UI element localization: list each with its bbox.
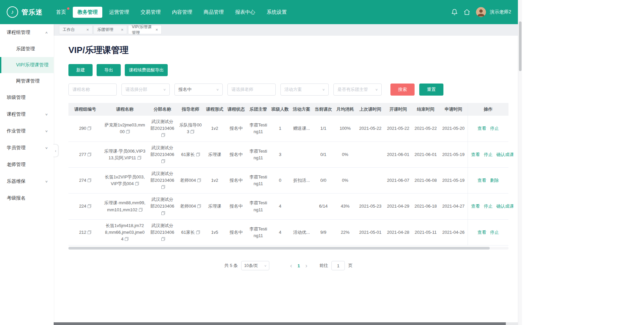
cell-teacher: 61家长 [177, 219, 204, 245]
tab-close-icon[interactable]: × [86, 28, 89, 32]
cell-branch: 武汉测试分部20210406 [148, 116, 177, 142]
row-action-link[interactable]: 停止 [484, 152, 492, 157]
copy-icon[interactable] [88, 230, 91, 234]
row-action-link[interactable]: 查看 [477, 230, 486, 235]
filter-field[interactable]: 请选择老师 [227, 84, 276, 96]
copy-icon[interactable] [135, 182, 139, 185]
chevron-icon: ∨ [45, 180, 48, 183]
nav-item[interactable]: 教务管理 [73, 7, 102, 18]
copy-icon[interactable] [88, 204, 91, 208]
copy-icon[interactable] [161, 185, 165, 189]
tab-close-icon[interactable]: × [121, 28, 123, 32]
copy-icon[interactable] [191, 130, 194, 133]
page-horizontal-scrollbar[interactable] [0, 322, 518, 325]
col-header-monthly: 月均消耗 [334, 103, 356, 116]
copy-icon[interactable] [125, 237, 128, 241]
copy-icon[interactable] [138, 156, 141, 160]
app-logo[interactable]: ♪ 管乐迷 [7, 6, 43, 18]
chevron-down-icon: ∨ [264, 264, 267, 267]
sidebar-subitem[interactable]: 网管课管理 [0, 73, 54, 89]
tab[interactable]: 乐团管理 × [94, 25, 127, 34]
tab[interactable]: VIP/乐理课管理 × [128, 25, 162, 34]
cell-form: 1v2 [204, 116, 225, 142]
filter-field[interactable]: 是否有乐团主管 ∨ [333, 84, 382, 96]
copy-icon[interactable] [161, 159, 165, 163]
copy-icon[interactable] [197, 204, 201, 208]
reset-button[interactable]: 重置 [419, 84, 443, 96]
filter-field[interactable]: 请选择分部 ∨ [121, 84, 170, 96]
copy-icon[interactable] [196, 153, 200, 156]
table-horizontal-scrollbar[interactable] [68, 247, 508, 250]
sidebar-item[interactable]: 课程组管理 ∧ [0, 24, 54, 41]
bell-icon[interactable] [451, 9, 458, 15]
row-action-link[interactable]: 停止 [490, 126, 499, 131]
user-avatar[interactable] [476, 7, 486, 17]
sidebar-subitem[interactable]: VIP/乐理课管理 [0, 57, 54, 73]
col-header-teacher: 指导老师 [177, 103, 204, 116]
next-page-button[interactable]: › [305, 263, 307, 269]
layout: 课程组管理 ∧ 乐团管理 VIP/乐理课管理 网管课管理 [0, 24, 518, 325]
row-action-link[interactable]: 查看 [471, 204, 480, 209]
page-size-select[interactable]: 10条/页 ∨ [241, 261, 269, 270]
row-action-link[interactable]: 查看 [477, 126, 486, 131]
toolbar-button[interactable]: 导出 [97, 64, 121, 76]
cell-form: 乐理课 [204, 194, 225, 219]
nav-item[interactable]: 运营管理 [104, 7, 134, 18]
tab[interactable]: 工作台 × [59, 25, 93, 34]
nav-item[interactable]: 首页 [51, 7, 71, 18]
home-icon[interactable] [464, 9, 470, 15]
current-page[interactable]: 1 [298, 263, 300, 268]
sidebar-item[interactable]: 考级报名 [0, 190, 54, 207]
toolbar-button[interactable]: 新建 [68, 64, 93, 76]
nav-item[interactable]: 交易管理 [136, 7, 165, 18]
prev-page-button[interactable]: ‹ [290, 263, 292, 269]
nav-item[interactable]: 系统设置 [262, 7, 291, 18]
sidebar-item[interactable]: 学员管理 ∨ [0, 140, 54, 156]
sidebar-item[interactable]: 课程管理 ∨ [0, 106, 54, 123]
copy-icon[interactable] [88, 178, 91, 182]
filter-field[interactable]: 活动方案 ∨ [280, 84, 329, 96]
scrollbar-thumb[interactable] [519, 21, 522, 71]
copy-icon[interactable] [139, 208, 143, 212]
copy-icon[interactable] [161, 211, 165, 215]
tab-close-icon[interactable]: × [155, 28, 158, 32]
nav-item[interactable]: 内容管理 [167, 7, 197, 18]
row-action-link[interactable]: 查看 [477, 178, 486, 183]
copy-icon[interactable] [196, 230, 200, 234]
tab-label: 工作台 [63, 27, 75, 33]
sidebar-item[interactable]: 班级管理 [0, 89, 54, 106]
goto-suffix: 页 [348, 263, 353, 269]
copy-icon[interactable] [197, 178, 201, 182]
goto-page-input[interactable] [331, 261, 345, 270]
sidebar-subitem[interactable]: 乐团管理 [0, 41, 54, 57]
nav-item[interactable]: 商品管理 [199, 7, 228, 18]
sidebar-item[interactable]: 作业管理 ∨ [0, 123, 54, 140]
sidebar-item[interactable]: 乐器维保 ∨ [0, 173, 54, 190]
table-header-row: 课程组编号 课程名称 分部名称 指导老师 课程形式 课程状态 乐团主管 班级人数… [68, 103, 508, 116]
copy-icon[interactable] [161, 237, 165, 241]
row-action-link[interactable]: 查看 [471, 152, 480, 157]
sidebar-collapse-handle[interactable]: ‹ [53, 144, 58, 157]
filter-field[interactable]: 课程名称 [68, 84, 117, 96]
filter-field[interactable]: 报名中 ∨ [174, 84, 223, 96]
row-action-link[interactable]: 确认成课 [496, 204, 514, 209]
row-action-link[interactable]: 停止 [484, 204, 492, 209]
copy-icon[interactable] [88, 153, 91, 156]
copy-icon[interactable] [161, 133, 165, 137]
page-vertical-scrollbar[interactable] [518, 0, 522, 325]
nav-item-label: 报表中心 [235, 9, 255, 15]
nav-item[interactable]: 报表中心 [230, 7, 260, 18]
toolbar-button[interactable]: 课程续费提醒导出 [125, 64, 168, 76]
copy-icon[interactable] [126, 130, 130, 133]
sidebar-group: 学员管理 ∨ [0, 140, 54, 156]
sidebar-item[interactable]: 老师管理 [0, 156, 54, 173]
row-action-link[interactable]: 删除 [490, 178, 499, 183]
row-action-link[interactable]: 停止 [490, 230, 499, 235]
scrollbar-thumb[interactable] [68, 247, 490, 250]
row-action-link[interactable]: 确认成课 [496, 152, 514, 157]
cell-text: 老师004 [180, 178, 196, 183]
scrollbar-thumb[interactable] [0, 322, 506, 325]
user-name[interactable]: 演示老师2 [490, 9, 511, 15]
search-button[interactable]: 搜索 [390, 84, 415, 96]
copy-icon[interactable] [88, 126, 91, 130]
